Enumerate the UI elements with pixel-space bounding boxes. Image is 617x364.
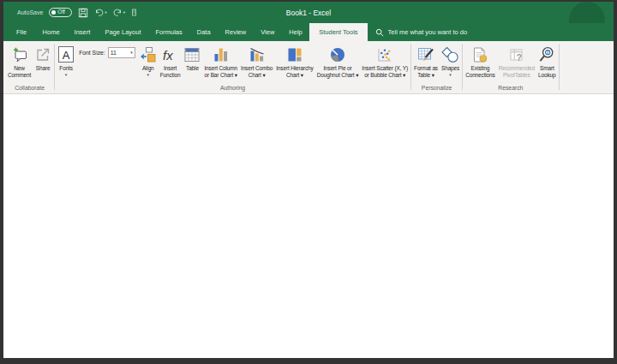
function-icon: fx [161, 44, 180, 65]
existing-connections-button[interactable]: ExistingConnections [464, 42, 496, 79]
tab-file[interactable]: File [8, 23, 35, 41]
shapes-icon [441, 44, 459, 65]
tab-insert[interactable]: Insert [67, 23, 98, 41]
fonts-icon: A [57, 44, 75, 65]
insert-combo-chart-button[interactable]: Insert ComboChart ▾ [239, 42, 274, 79]
undo-icon [94, 8, 104, 17]
align-button[interactable]: Align▾ [138, 42, 159, 78]
new-comment-button[interactable]: NewComment [6, 42, 33, 79]
comment-plus-icon [11, 44, 28, 65]
tab-data[interactable]: Data [189, 23, 218, 41]
insert-function-label: InsertFunction [160, 65, 181, 79]
ribbon-group-research: ExistingConnections?RecommendedPivotTabl… [463, 41, 558, 93]
share-label: Share [36, 65, 51, 72]
combo-chart-icon [249, 44, 266, 65]
format-as-table-button[interactable]: Format asTable ▾ [412, 42, 440, 79]
undo-button[interactable]: ▾ [94, 8, 106, 17]
redo-icon [113, 8, 123, 17]
column-chart-icon [213, 44, 230, 65]
align-icon [140, 44, 157, 65]
table-label: Table [186, 65, 199, 72]
ribbon-tabs: FileHomeInsertPage LayoutFormulasDataRev… [3, 23, 368, 41]
table-icon [183, 44, 201, 65]
shapes-button[interactable]: Shapes▾ [440, 42, 461, 78]
share-icon [34, 44, 51, 65]
ribbon-group-content-collaborate: NewCommentShare [5, 41, 54, 84]
font-size-value: 11 [111, 50, 117, 56]
table-button[interactable]: Table [182, 42, 202, 72]
autosave-state: Off [57, 9, 65, 15]
customize-quick-access-button[interactable] [131, 9, 137, 17]
recommended-pivottables-label: RecommendedPivotTables [499, 65, 535, 79]
new-comment-label: NewComment [8, 65, 31, 79]
tab-view[interactable]: View [254, 23, 282, 41]
insert-function-button[interactable]: fxInsertFunction [159, 42, 183, 79]
insert-column-or-bar-chart-label: Insert Columnor Bar Chart ▾ [204, 65, 237, 79]
search-icon [375, 28, 384, 37]
tab-help[interactable]: Help [282, 23, 309, 41]
tab-home[interactable]: Home [35, 23, 67, 41]
redo-dropdown-caret[interactable]: ▾ [123, 10, 125, 15]
insert-scatter-or-bubble-chart-button[interactable]: Insert Scatter (X, Y)or Bubble Chart ▾ [360, 42, 410, 79]
svg-text:A: A [63, 49, 70, 62]
search-placeholder: Tell me what you want to do [388, 28, 468, 36]
toggle-knob [51, 10, 56, 15]
undo-dropdown-caret[interactable]: ▾ [105, 10, 106, 15]
align-dropdown-caret[interactable]: ▾ [147, 72, 149, 78]
share-button[interactable]: Share [33, 42, 53, 72]
insert-column-or-bar-chart-button[interactable]: Insert Columnor Bar Chart ▾ [202, 42, 239, 79]
ribbon-group-authoring: AFonts▾Font Size:11▾Align▾fxInsertFuncti… [55, 41, 410, 93]
tab-student-tools[interactable]: Student Tools [309, 23, 367, 41]
tell-me-search[interactable]: Tell me what you want to do [375, 23, 468, 41]
insert-hierarchy-chart-button[interactable]: Insert HierarchyChart ▾ [274, 42, 314, 79]
smart-lookup-button[interactable]: SmartLookup [536, 42, 557, 79]
pivottable-question-icon: ? [508, 44, 525, 65]
insert-pie-or-doughnut-chart-button[interactable]: Insert Pie orDoughnut Chart ▾ [315, 42, 361, 79]
ribbon-group-content-research: ExistingConnections?RecommendedPivotTabl… [463, 41, 558, 84]
group-label-personalize: Personalize [411, 84, 462, 93]
save-button[interactable] [78, 8, 88, 18]
ribbon-group-content-personalize: Format asTable ▾Shapes▾ [411, 41, 462, 84]
autosave-toggle[interactable]: Off [49, 8, 72, 17]
pie-chart-icon [329, 44, 346, 65]
font-size-input[interactable]: 11▾ [108, 47, 135, 58]
redo-button[interactable]: ▾ [113, 8, 125, 17]
customize-quick-access-icon [131, 9, 137, 17]
format-table-icon [417, 44, 434, 65]
svg-text:fx: fx [163, 47, 173, 62]
fonts-button[interactable]: AFonts▾ [56, 42, 76, 78]
smart-lookup-icon [538, 44, 555, 65]
tab-formulas[interactable]: Formulas [148, 23, 189, 41]
ribbon-group-content-authoring: AFonts▾Font Size:11▾Align▾fxInsertFuncti… [55, 41, 410, 84]
save-icon [78, 8, 88, 18]
smart-lookup-label: SmartLookup [538, 65, 555, 79]
insert-hierarchy-chart-label: Insert HierarchyChart ▾ [276, 65, 313, 79]
insert-combo-chart-label: Insert ComboChart ▾ [241, 65, 273, 79]
shapes-dropdown-caret[interactable]: ▾ [449, 72, 452, 78]
font-size-dropdown-caret[interactable]: ▾ [130, 50, 133, 55]
font-size-control: Font Size:11▾ [79, 45, 135, 59]
group-divider [559, 44, 560, 90]
insert-pie-or-doughnut-chart-label: Insert Pie orDoughnut Chart ▾ [317, 65, 359, 79]
group-label-authoring: Authoring [55, 84, 410, 93]
align-label: Align [142, 65, 154, 72]
autosave-label: AutoSave [17, 9, 43, 15]
fonts-dropdown-caret[interactable]: ▾ [65, 72, 68, 78]
group-label-research: Research [463, 84, 558, 93]
insert-scatter-or-bubble-chart-label: Insert Scatter (X, Y)or Bubble Chart ▾ [362, 65, 408, 79]
existing-connections-label: ExistingConnections [465, 65, 494, 79]
tab-review[interactable]: Review [218, 23, 254, 41]
excel-window: AutoSave Off ▾ ▾ Book1 - Excel FileHomeI… [0, 0, 617, 364]
font-size-label: Font Size: [79, 50, 105, 56]
title-bar: AutoSave Off ▾ ▾ Book1 - Excel [3, 2, 614, 23]
ribbon-group-personalize: Format asTable ▾Shapes▾Personalize [411, 41, 462, 93]
quick-access-toolbar: AutoSave Off ▾ ▾ [17, 8, 137, 18]
shapes-label: Shapes [441, 65, 459, 72]
ribbon-group-collaborate: NewCommentShareCollaborate [5, 41, 54, 93]
hierarchy-chart-icon [286, 44, 303, 65]
worksheet-canvas[interactable] [3, 94, 614, 358]
fonts-label: Fonts [59, 65, 73, 72]
tab-page-layout[interactable]: Page Layout [98, 23, 148, 41]
recommended-pivottables-button: ?RecommendedPivotTables [497, 42, 536, 79]
format-as-table-label: Format asTable ▾ [414, 65, 438, 79]
